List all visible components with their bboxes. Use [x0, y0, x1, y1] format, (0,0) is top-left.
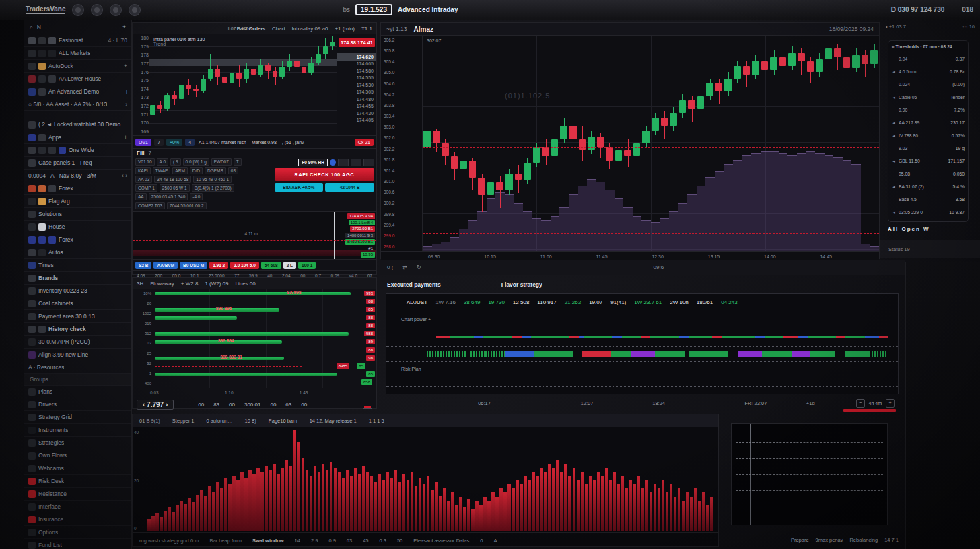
candle[interactable] [862, 55, 869, 64]
stats-row[interactable]: ◄BA 31.07 (2)5.4 % [888, 180, 968, 193]
candle[interactable] [172, 95, 177, 99]
sidebar-item[interactable]: History check [24, 323, 131, 336]
position-row[interactable]: 898 893 8198 [153, 354, 376, 362]
candle[interactable] [734, 66, 741, 79]
mini-box-3[interactable] [363, 159, 374, 166]
candle[interactable] [807, 61, 814, 72]
sidebar-item[interactable]: One Wide [24, 144, 131, 157]
sidebar-item[interactable]: Strategy Grid [24, 411, 131, 424]
order-form-field[interactable]: COMP 1 [135, 184, 158, 192]
candle[interactable] [788, 53, 796, 66]
timeline-plot[interactable]: ADJUST1W 7.1638 64919 73012 508110 91721… [386, 293, 899, 394]
sidebar-item[interactable]: ○ 5/8 · AA Asset · AA 7% · 0/13› [24, 98, 131, 111]
candle[interactable] [442, 143, 449, 156]
candle[interactable] [244, 69, 249, 79]
sidebar-item[interactable]: ALL Markets [24, 47, 131, 60]
candle[interactable] [652, 118, 659, 131]
position-row[interactable]: 898585 [153, 362, 376, 370]
ladder-price[interactable]: 174.405 [337, 117, 376, 124]
toolbar-chip[interactable]: OV1 [135, 139, 151, 146]
position-row[interactable]: 88 [153, 297, 376, 305]
sidebar-item[interactable]: 0.0004 · A · Nav 8.0y · 3/M‹ › [24, 170, 131, 182]
candle[interactable] [533, 147, 540, 162]
tab-executed-payments[interactable]: Executed payments [387, 281, 441, 288]
sidebar-item[interactable]: Inventory 00223 23 [24, 285, 131, 297]
position-row[interactable]: 85 [153, 370, 376, 378]
sidebar-item[interactable]: Resistance [24, 488, 131, 501]
prepare-label[interactable]: Prepare [791, 537, 809, 543]
candle[interactable] [451, 156, 458, 169]
stats-header-menu[interactable]: ⋯ 16 [963, 24, 975, 30]
candle[interactable] [560, 126, 567, 139]
sidebar-item[interactable]: Strategies [24, 437, 131, 449]
candle[interactable] [302, 67, 307, 73]
order-form-field[interactable]: 7044 55 001 00 2 [167, 202, 207, 209]
candle[interactable] [670, 113, 677, 126]
stats-row[interactable]: ◄Cable 05Tender [888, 91, 968, 104]
zoom-out-icon[interactable]: − [856, 399, 865, 408]
order-form-field[interactable]: 2500 03 45 1 340 [149, 193, 188, 200]
add-icon[interactable]: + [123, 24, 126, 30]
ladder-price[interactable]: 174.505 [337, 89, 376, 96]
toolbar-chip[interactable]: +0% [166, 139, 182, 146]
candle[interactable] [779, 57, 787, 66]
candle[interactable] [460, 161, 467, 170]
candle[interactable] [679, 100, 687, 113]
order-button-red[interactable]: 2.0 104 5.0 [230, 262, 259, 269]
ladder-price[interactable]: 174.555 [337, 75, 376, 82]
mini-plot-area[interactable]: Intra panel 01% atm 130 Trend L07 5.0018 [149, 34, 337, 135]
candle[interactable] [515, 174, 522, 180]
sidebar-item[interactable]: Autos [24, 246, 131, 259]
ladder-price[interactable]: 174.620 [337, 53, 376, 61]
candle[interactable] [624, 150, 631, 157]
order-button-red[interactable]: 1.91 2 [209, 262, 228, 269]
order-form-field[interactable]: DGEMS [205, 167, 226, 174]
sidebar-item[interactable]: ( 2 ◄ Locked watchlist 30 Demo(2.1) [24, 118, 131, 131]
candle[interactable] [761, 61, 769, 70]
stats-row[interactable]: ◄AA 217.89230.17 [888, 116, 968, 129]
candle[interactable] [258, 65, 263, 75]
swap-axes-icon[interactable]: ⇄ [403, 264, 407, 270]
order-form-field[interactable]: T [234, 158, 242, 166]
sidebar-item[interactable]: Times [24, 259, 131, 272]
sidebar-item[interactable]: House [24, 221, 131, 233]
candle[interactable] [433, 131, 440, 143]
order-button-blue[interactable]: B0 USD M [180, 262, 207, 269]
order-form-field[interactable]: V01 10 [135, 158, 155, 166]
notifications-icon[interactable] [129, 4, 141, 16]
toolbar-chip[interactable]: 7 [154, 139, 164, 146]
sidebar-item[interactable]: An Advanced Demoi [24, 85, 131, 98]
order-form-field[interactable]: KAPI [135, 167, 151, 174]
stats-row[interactable]: 0.907.2% [888, 104, 968, 116]
histogram-plot[interactable]: 40200 [133, 427, 718, 533]
candle[interactable] [597, 137, 604, 147]
candle[interactable] [505, 174, 513, 191]
candle[interactable] [215, 69, 220, 77]
candle[interactable] [316, 54, 321, 63]
candle[interactable] [222, 77, 228, 83]
sidebar-item[interactable]: Own Flows [24, 449, 131, 462]
candle[interactable] [158, 105, 163, 109]
candle[interactable] [661, 118, 668, 126]
depth-strip[interactable]: 4.11 m 174.415 9.94100.1 Lm8 42700.00 B1… [133, 212, 376, 260]
order-button-blue[interactable]: AA/BVM [153, 262, 178, 269]
stats-row[interactable]: 9.0319 g [888, 142, 968, 155]
order-form-field[interactable]: 2500 05 W 1 [160, 184, 190, 192]
toolbar-chip[interactable]: 4 [185, 139, 195, 146]
candle[interactable] [186, 85, 191, 89]
toolbar-chip[interactable]: Market 0.98 [250, 139, 278, 146]
sidebar-search[interactable]: ⌕ N + [24, 20, 131, 34]
candle[interactable] [524, 163, 531, 180]
order-form-field[interactable]: COMP2 T03 [135, 202, 165, 209]
candle[interactable] [770, 57, 777, 70]
stats-row[interactable]: ◄IV 788.800.57% [888, 129, 968, 142]
candle[interactable] [688, 100, 695, 109]
sidebar-item[interactable]: 30-0.M APR (P2CU) [24, 336, 131, 349]
toolbar-chip[interactable]: A1 1.0407 market rush [197, 139, 248, 146]
candle[interactable] [633, 143, 641, 156]
candle[interactable] [230, 73, 235, 83]
order-form-field[interactable]: FWD07 [211, 158, 232, 166]
order-form-field[interactable]: ( 9 [170, 158, 181, 166]
position-row[interactable]: 858 [153, 378, 376, 386]
candle[interactable] [870, 50, 878, 63]
